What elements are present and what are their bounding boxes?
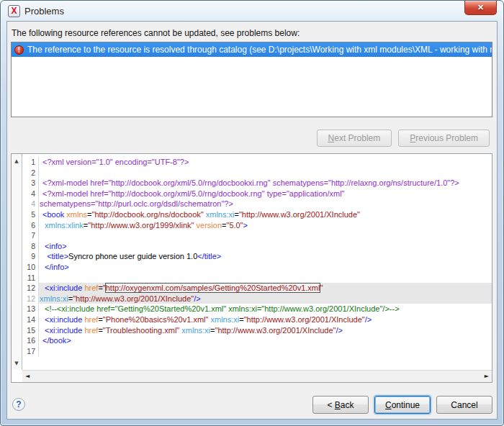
help-button[interactable]: ? — [12, 398, 25, 411]
line-number: 10 — [23, 262, 39, 273]
code-token: xmlns — [66, 210, 87, 219]
line-number: 9 — [23, 251, 39, 262]
code-line: xmlns:xlink="http://www.w3.org/1999/xlin… — [39, 220, 492, 231]
close-button[interactable]: ✕ — [464, 1, 497, 15]
line-number: 14 — [23, 314, 39, 325]
code-row[interactable]: 9 <title>Syncro phone user guide version… — [23, 251, 492, 262]
code-token: <!--<xi:include href="Getting%20Started%… — [45, 304, 400, 313]
line-number: 7 — [23, 230, 39, 241]
line-number: 4 — [23, 189, 39, 199]
code-rows[interactable]: 1<?xml version="1.0" encoding="UTF-8"?>2… — [23, 154, 492, 370]
code-row[interactable]: 11 — [23, 273, 492, 284]
next-problem-button[interactable]: Next Problem — [317, 130, 392, 147]
line-number: 3 — [23, 178, 39, 189]
continue-mnemonic: C — [385, 400, 392, 410]
problem-nav-buttons: Next Problem Previous Problem — [317, 130, 490, 147]
code-token: "http://www.w3.org/2001/XInclude" — [244, 315, 365, 324]
code-line: <xi:include href="http://oxygenxml.com/s… — [39, 283, 492, 294]
message-label: The following resource references cannot… — [12, 28, 300, 38]
problem-item-selected[interactable]: ! The reference to the resource is resol… — [12, 42, 492, 57]
problem-text: The reference to the resource is resolve… — [27, 45, 492, 55]
line-number: 8 — [23, 241, 39, 252]
code-row[interactable]: 4<?xml-model href="http://docbook.org/xm… — [23, 189, 492, 199]
code-row[interactable]: 5<book xmlns="http://docbook.org/ns/docb… — [23, 209, 492, 220]
code-token: <info> — [45, 242, 67, 250]
cancel-button[interactable]: Cancel — [436, 396, 492, 414]
code-row[interactable]: 6 xmlns:xlink="http://www.w3.org/1999/xl… — [23, 220, 492, 231]
footer-buttons: < Back Continue Cancel — [312, 396, 492, 414]
code-row[interactable]: 1<?xml version="1.0" encoding="UTF-8"?> — [23, 157, 492, 168]
scroll-up-icon[interactable]: ▲ — [14, 159, 18, 164]
code-line: </info> — [39, 262, 492, 273]
code-token: "http://www.w3.org/2001/XInclude" — [73, 294, 194, 303]
code-line — [39, 346, 492, 357]
code-line: <xi:include href="Phone%20basics%20v1.xm… — [39, 314, 492, 325]
problems-dialog: X Problems ✕ The following resource refe… — [0, 0, 504, 426]
code-row[interactable]: 14 <xi:include href="Phone%20basics%20v1… — [23, 314, 492, 325]
code-token: </title> — [197, 252, 221, 260]
code-token: <xi:include — [45, 315, 84, 324]
code-row[interactable]: 12xmlns:xi="http://www.w3.org/2001/XIncl… — [23, 294, 492, 304]
next-problem-mnemonic: N — [328, 133, 335, 143]
line-number: 12 — [23, 294, 39, 304]
previous-problem-label: revious Problem — [415, 133, 478, 143]
code-token: </book> — [42, 336, 71, 345]
previous-problem-button[interactable]: Previous Problem — [398, 130, 490, 147]
line-number: 1 — [23, 157, 39, 168]
code-token: href — [84, 326, 98, 335]
code-line: <!--<xi:include href="Getting%20Started%… — [39, 304, 492, 314]
code-row[interactable]: 7 — [23, 230, 492, 241]
code-token: "Phone%20basics%20v1.xml" — [103, 315, 209, 324]
code-token: xmlns:xi — [210, 315, 239, 324]
horizontal-scrollbar[interactable]: ◄ ► — [22, 370, 492, 382]
xml-code-editor[interactable]: ▲ ▼ 1<?xml version="1.0" encoding="UTF-8… — [11, 153, 492, 383]
code-line — [39, 230, 492, 241]
code-row[interactable]: 10 </info> — [23, 262, 492, 273]
continue-label: ontinue — [392, 400, 420, 410]
dialog-content: The following resource references cannot… — [6, 21, 498, 420]
code-line — [39, 168, 492, 178]
code-token: schematypens="http://purl.oclc.org/dsdl/… — [40, 199, 233, 208]
line-number: 11 — [23, 273, 39, 284]
continue-button[interactable]: Continue — [374, 396, 431, 414]
back-label: ack — [341, 400, 354, 410]
code-row[interactable]: 17 — [23, 346, 492, 357]
code-row[interactable]: 8 <info> — [23, 241, 492, 252]
line-number: 17 — [23, 346, 39, 357]
code-row[interactable]: 4schematypens="http://purl.oclc.org/dsdl… — [23, 199, 492, 209]
code-token: href — [84, 315, 98, 324]
code-row[interactable]: 15 <xi:include href="Troubleshooting.xml… — [23, 325, 492, 336]
window-title: Problems — [24, 6, 64, 17]
code-row[interactable]: 2 — [23, 168, 492, 178]
code-token: <xi:include — [45, 326, 84, 335]
code-line: xmlns:xi="http://www.w3.org/2001/XInclud… — [39, 294, 492, 304]
line-number: 6 — [23, 220, 39, 231]
line-number: 13 — [23, 304, 39, 314]
cancel-label: Cancel — [451, 400, 477, 410]
problems-list[interactable]: ! The reference to the resource is resol… — [11, 42, 492, 117]
back-chevron: < — [327, 400, 334, 410]
code-row[interactable]: 3<?xml-model href="http://docbook.org/xm… — [23, 178, 492, 189]
code-line: </book> — [39, 335, 492, 346]
scroll-down-icon[interactable]: ▼ — [14, 361, 18, 366]
code-token: xmlns:xlink — [45, 221, 84, 230]
line-number: 2 — [23, 168, 39, 178]
line-number: 5 — [23, 209, 39, 220]
scroll-left-icon[interactable]: ◄ — [25, 373, 30, 379]
error-icon: ! — [14, 45, 24, 55]
titlebar[interactable]: X Problems — [1, 1, 503, 21]
scroll-right-icon[interactable]: ► — [485, 373, 489, 379]
code-line: <xi:include href="Troubleshooting.xml" x… — [39, 325, 492, 336]
code-row[interactable]: 16</book> — [23, 335, 492, 346]
code-line: <info> — [39, 241, 492, 252]
code-token: "http://www.w3.org/2001/XInclude" — [215, 326, 336, 335]
code-row[interactable]: 12 <xi:include href="http://oxygenxml.co… — [23, 283, 492, 294]
editor-gutter-strip: ▲ ▼ — [12, 154, 22, 370]
code-line: <title>Syncro phone user guide version 1… — [39, 251, 492, 262]
code-line: <?xml version="1.0" encoding="UTF-8"?> — [39, 157, 492, 168]
code-token: /> — [194, 294, 200, 303]
back-button[interactable]: < Back — [312, 396, 369, 414]
code-row[interactable]: 13 <!--<xi:include href="Getting%20Start… — [23, 304, 492, 314]
code-token: xmlns:xi — [181, 326, 210, 335]
code-token: <xi:include — [45, 284, 84, 292]
